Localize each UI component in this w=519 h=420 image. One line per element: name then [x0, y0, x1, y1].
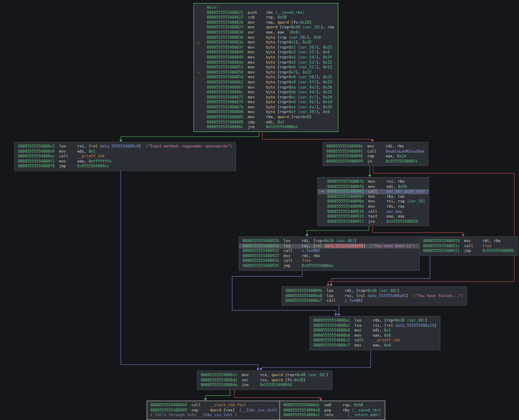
instruction-line[interactable]: 00005555554008bd mov eax, 0x0 — [313, 333, 436, 338]
instruction-line[interactable]: 0000555555400907 mov rbx, rax — [321, 194, 425, 199]
instruction-line[interactable]: 000055555540092b lea rsi, [rel data_5555… — [239, 244, 419, 249]
instruction-line[interactable]: 00005555554008c2 call __printf_chk — [313, 338, 436, 343]
basic-block-8ac[interactable]: 00005555554008ac lea rdx, [rsp+0x10 {var… — [310, 316, 440, 350]
instruction-line[interactable]: 0000555555400891 call doubleLenMinusOne — [326, 149, 424, 154]
graph-canvas[interactable]: main:0000555555400821 push rbx {__saved_… — [0, 0, 519, 420]
token-r — [279, 254, 284, 258]
instruction-line[interactable]: 0000555555400889 cmp edi, 0x2 — [197, 120, 335, 125]
instruction-line[interactable]: 00005555554008da jne 0x555555400944 — [201, 383, 329, 388]
token-r — [279, 264, 284, 268]
token-a: 000055555540085d — [207, 75, 243, 79]
token-r: rbx, — [266, 115, 277, 119]
token-r — [363, 154, 368, 158]
instruction-line[interactable]: 0000555555400822 sub rsp, 0x50 — [197, 15, 335, 20]
instruction-line[interactable]: 0000555555400921 jmp 0x55555540089b — [423, 248, 514, 254]
instruction-line[interactable]: 0000555555400937 mov rdi, rbx — [243, 254, 416, 259]
token-n: 0x31 — [323, 75, 332, 79]
basic-block-88e[interactable]: 000055555540088e mov rdi, rbx00005555554… — [322, 142, 428, 166]
instruction-line[interactable]: 0000555555400896 cmp eax, 0x1d — [326, 154, 424, 159]
instruction-line[interactable]: main: — [197, 5, 335, 10]
instruction-line[interactable]: 000055555540087b mov byte [rsp+0xe {var_… — [197, 105, 335, 110]
instruction-line[interactable]: 00005555554008fa mov rsi, rbx — [321, 179, 425, 184]
instruction-line[interactable]: 0000555555400826 mov rax, qword [fs:0x28… — [197, 20, 335, 25]
basic-block-944[interactable]: 0000555555400944 call __stack_chk_fail00… — [147, 401, 282, 420]
token-n: 0x33 — [323, 80, 332, 84]
instruction-line[interactable]: 000055555540088c jne 0x5555554008e2 — [197, 125, 335, 130]
token-s: "You have done it" — [372, 244, 413, 248]
token-a: 00005555554008e9 — [18, 149, 55, 153]
instruction-line[interactable]: 000055555540089b lea rdi, [rsp+0x10 {var… — [286, 288, 463, 294]
instruction-line[interactable]: 0000555555400915 test eax, eax — [321, 214, 425, 219]
instruction-line[interactable]: 0000555555400919 mov rdi, rbx — [423, 239, 514, 244]
instruction-line[interactable]: 00005555554008e1 retn {__return_addr} — [283, 413, 381, 418]
instruction-line[interactable]: 0000555555400849 mov byte [rsp+0x4 {var_… — [197, 55, 335, 60]
instruction-line[interactable]: 0000555555400917 jne 0x555555400926 — [321, 219, 425, 224]
instruction-line[interactable]: 00005555554008ee call __printf_chk — [18, 154, 232, 159]
instruction-line[interactable]: 0000555555400871 mov byte [rsp+0xc {var_… — [197, 95, 335, 100]
instruction-line[interactable]: 000055555540088e mov rdi, rbx — [326, 144, 424, 149]
instruction-line[interactable]: 0000555555400885 mov rbx, qword [rsi+0x8… — [197, 115, 335, 120]
token-r: edi, — [387, 184, 398, 189]
instruction-line[interactable]: 000055555540084e mov byte [rsp+0x5 {var_… — [197, 60, 335, 65]
instruction-line[interactable]: →0000555555400902 call xor_str_with_char — [318, 189, 429, 194]
instruction-line[interactable]: 0000555555400949 nop dword [rax] {__libc… — [150, 408, 278, 413]
instruction-line[interactable]: 0000555555400836 mov byte [rsp {var_58}]… — [197, 35, 335, 40]
basic-block-8cc[interactable]: 00005555554008cc mov rcx, qword [rsp+0x4… — [197, 371, 332, 390]
instruction-line[interactable]: 000055555540086c mov byte [rsp+0xb {var_… — [197, 90, 335, 95]
instruction-line[interactable]: 0000555555400932 call c_fun002 — [243, 248, 416, 254]
basic-block-89b[interactable]: 000055555540089b lea rdi, [rsp+0x10 {var… — [282, 286, 467, 306]
instruction-line[interactable]: 000055555540085d mov byte [rsp+0x8 {var_… — [197, 75, 335, 80]
instruction-line[interactable]: 0000555555400926 lea rdi, [rsp+0x10 {var… — [243, 239, 416, 244]
instruction-line[interactable]: 00005555554008ac lea rdx, [rsp+0x10 {var… — [313, 318, 436, 323]
token-c: { — [296, 105, 301, 109]
basic-block-8dc[interactable]: 00005555554008dc add rsp, 0x500000555555… — [279, 401, 385, 420]
basic-block-919[interactable]: 0000555555400919 mov rdi, rbx00005555554… — [419, 236, 518, 256]
token-r: rsi, [ — [345, 294, 359, 298]
instruction-line[interactable]: 00005555554008c7 mov eax, 0x0 — [313, 343, 436, 348]
instruction-line[interactable]: 0000555555400899 je 0x5555554008fa — [326, 159, 424, 164]
basic-block-main[interactable]: main:0000555555400821 push rbx {__saved_… — [193, 3, 338, 132]
instruction-line[interactable]: ⚠0000555555400858 mov byte [rsp+0x7], 0x… — [197, 70, 335, 75]
token-v: var_53 — [300, 60, 314, 64]
instruction-line[interactable]: 000055555540093a call free — [243, 258, 416, 264]
token-r: rdx, [rsp+ — [373, 318, 396, 322]
instruction-line[interactable]: 0000555555400821 push rbx {__saved_rbx} — [197, 10, 335, 15]
instruction-line[interactable]: 00005555554008e9 mov edi, 0x1 — [18, 149, 232, 154]
instruction-line[interactable]: 0000555555400910 call xor_key — [321, 209, 425, 215]
instruction-line[interactable]: 0000555555400844 mov byte [rsp+0x3 {var_… — [197, 50, 335, 55]
basic-block-8e2[interactable]: 00005555554008e2 lea rsi, [rel data_5555… — [14, 142, 236, 171]
instruction-line[interactable]: 000055555540093f jmp 0x5555554008ac — [243, 264, 416, 269]
instruction-line[interactable]: { Falls through into __libc_csu_init } — [150, 413, 278, 418]
instruction-line[interactable]: 00005555554008d1 xor rcx, qword [fs:0x28… — [201, 378, 329, 383]
basic-block-926[interactable]: 0000555555400926 lea rdi, [rsp+0x10 {var… — [239, 236, 420, 271]
instruction-line[interactable]: 0000555555400944 call __stack_chk_fail — [150, 403, 278, 408]
instruction-line[interactable]: 000055555540090d mov rdi, rax — [321, 204, 425, 209]
instruction-line[interactable]: 00005555554008f8 jmp 0x5555554008cc — [18, 164, 232, 169]
instruction-line[interactable]: 00005555554008cc mov rcx, qword [rsp+0x4… — [201, 373, 329, 378]
instruction-line[interactable]: 000055555540091c call free — [423, 244, 514, 249]
instruction-line[interactable]: 00005555554008a7 call c_fun002 — [286, 298, 463, 304]
instruction-line[interactable]: 000055555540083f mov byte [rsp+0x2 {var_… — [197, 45, 335, 50]
instruction-line[interactable]: 00005555554008b8 mov edi, 0x1 — [313, 328, 436, 333]
token-r — [364, 209, 369, 214]
instruction-line[interactable]: 0000555555400834 xor eax, eax {0x0} — [197, 30, 335, 35]
instruction-line[interactable]: 00005555554008f3 mov eax, 0xfffffffe — [18, 159, 232, 164]
instruction-line[interactable]: 0000555555400867 mov byte [rsp+0xa {var_… — [197, 85, 335, 90]
instruction-line[interactable]: 0000555555400862 mov byte [rsp+0x9 {var_… — [197, 80, 335, 85]
instruction-line[interactable]: 00005555554008e0 pop rbx {__saved_rbx} — [283, 408, 381, 413]
instruction-line[interactable]: 000055555540082f mov qword [rsp+0x48 {va… — [197, 25, 335, 30]
instruction-line[interactable]: 00005555554008b1 lea rsi, [rel data_5555… — [313, 323, 436, 328]
instruction-line[interactable]: ⚠000055555540083a mov byte [rsp+0x1], 0x… — [197, 40, 335, 45]
token-r: ] — [354, 239, 356, 243]
instruction-line[interactable]: 00005555554008a0 lea rsi, [rel data_5555… — [286, 294, 463, 299]
instruction-line[interactable]: 00005555554008e2 lea rsi, [rel data_5555… — [18, 144, 232, 149]
token-m: call — [354, 338, 372, 342]
basic-block-8fa[interactable]: 00005555554008fa mov rsi, rbx00005555554… — [317, 177, 429, 226]
instruction-line[interactable]: 00005555554008fd mov edi, 0x50 — [321, 184, 425, 190]
instruction-line[interactable]: 000055555540090a mov rsi, rsp {var_58} — [321, 199, 425, 204]
token-c: { — [296, 55, 301, 59]
instruction-line[interactable]: 00005555554008dc add rsp, 0x50 — [283, 403, 381, 408]
instruction-line[interactable]: 0000555555400853 mov byte [rsp+0x6 {var_… — [197, 65, 335, 70]
instruction-line[interactable]: 0000555555400876 mov byte [rsp+0xd {var_… — [197, 100, 335, 105]
instruction-line[interactable]: 0000555555400880 mov byte [rsp+0xf {var_… — [197, 110, 335, 115]
